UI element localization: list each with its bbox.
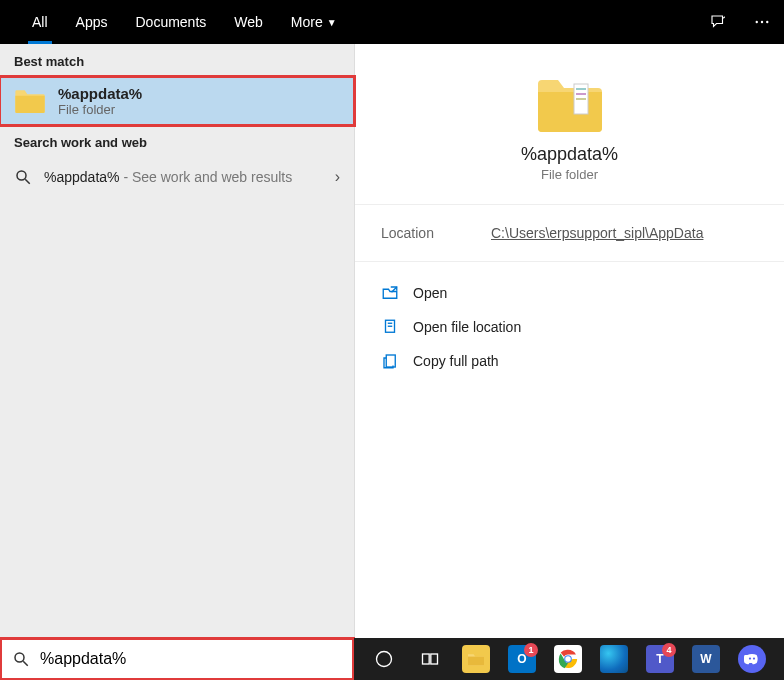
best-match-text: %appdata% File folder bbox=[58, 85, 142, 117]
taskbar-chrome[interactable] bbox=[548, 638, 588, 680]
preview-subtitle: File folder bbox=[541, 167, 598, 182]
svg-point-0 bbox=[756, 21, 758, 23]
feedback-icon[interactable] bbox=[696, 0, 740, 44]
chevron-right-icon: › bbox=[335, 168, 340, 186]
badge-count: 1 bbox=[524, 643, 538, 657]
tab-all[interactable]: All bbox=[18, 0, 62, 44]
preview-title: %appdata% bbox=[521, 144, 618, 165]
best-match-result[interactable]: %appdata% File folder bbox=[0, 77, 354, 125]
search-box[interactable] bbox=[0, 638, 354, 680]
taskbar-discord[interactable] bbox=[732, 638, 772, 680]
open-icon bbox=[381, 284, 399, 302]
search-filter-tabs: All Apps Documents Web More▼ bbox=[0, 0, 784, 44]
folder-open-icon bbox=[381, 318, 399, 336]
svg-line-4 bbox=[25, 179, 30, 184]
svg-rect-16 bbox=[423, 654, 430, 664]
folder-large-icon bbox=[534, 74, 606, 134]
taskbar-file-explorer[interactable] bbox=[456, 638, 496, 680]
preview-hero: %appdata% File folder bbox=[355, 44, 784, 205]
copy-icon bbox=[381, 352, 399, 370]
svg-point-20 bbox=[565, 656, 571, 662]
action-copy-path[interactable]: Copy full path bbox=[375, 344, 764, 378]
preview-pane: %appdata% File folder Location C:\Users\… bbox=[354, 44, 784, 638]
tab-web[interactable]: Web bbox=[220, 0, 277, 44]
best-match-header: Best match bbox=[0, 44, 354, 77]
search-work-web-header: Search work and web bbox=[0, 125, 354, 158]
taskbar-edge[interactable] bbox=[594, 638, 634, 680]
action-open[interactable]: Open bbox=[375, 276, 764, 310]
svg-rect-17 bbox=[431, 654, 438, 664]
svg-point-2 bbox=[766, 21, 768, 23]
web-result-row[interactable]: %appdata% - See work and web results › bbox=[0, 158, 354, 196]
search-icon bbox=[12, 650, 30, 668]
tab-apps[interactable]: Apps bbox=[62, 0, 122, 44]
taskbar: O1 T4 W bbox=[354, 638, 784, 680]
svg-point-1 bbox=[761, 21, 763, 23]
folder-icon bbox=[14, 87, 46, 115]
search-results-panel: Best match %appdata% File folder Search … bbox=[0, 44, 784, 638]
bottom-bar: O1 T4 W bbox=[0, 638, 784, 680]
preview-location-key: Location bbox=[381, 225, 491, 241]
tab-more[interactable]: More▼ bbox=[277, 0, 351, 44]
more-options-icon[interactable] bbox=[740, 0, 784, 44]
tab-documents[interactable]: Documents bbox=[121, 0, 220, 44]
chevron-down-icon: ▼ bbox=[327, 17, 337, 28]
preview-location-value[interactable]: C:\Users\erpsupport_sipl\AppData bbox=[491, 225, 703, 241]
task-view-icon[interactable] bbox=[410, 638, 450, 680]
web-result-label: %appdata% - See work and web results bbox=[44, 169, 292, 185]
taskbar-teams[interactable]: T4 bbox=[640, 638, 680, 680]
svg-rect-12 bbox=[386, 355, 395, 367]
cortana-icon[interactable] bbox=[364, 638, 404, 680]
preview-actions: Open Open file location Copy full path bbox=[355, 262, 784, 392]
taskbar-outlook[interactable]: O1 bbox=[502, 638, 542, 680]
preview-location-row: Location C:\Users\erpsupport_sipl\AppDat… bbox=[355, 205, 784, 262]
svg-point-13 bbox=[15, 653, 24, 662]
action-open-location[interactable]: Open file location bbox=[375, 310, 764, 344]
taskbar-word[interactable]: W bbox=[686, 638, 726, 680]
search-icon bbox=[14, 168, 32, 186]
svg-line-14 bbox=[23, 661, 28, 666]
search-input[interactable] bbox=[40, 650, 342, 668]
svg-point-15 bbox=[377, 652, 392, 667]
results-list: Best match %appdata% File folder Search … bbox=[0, 44, 354, 638]
svg-point-3 bbox=[17, 171, 26, 180]
badge-count: 4 bbox=[662, 643, 676, 657]
